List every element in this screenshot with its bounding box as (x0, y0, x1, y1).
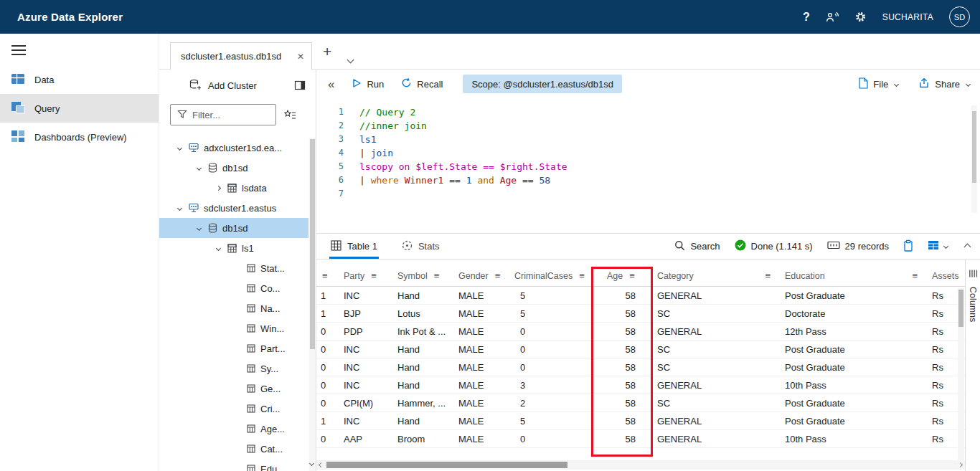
grid-horizontal-scrollbar[interactable] (316, 460, 965, 470)
tab-list-chevron-icon[interactable] (348, 54, 353, 65)
copy-results-button[interactable] (903, 239, 913, 254)
tree-item-stat[interactable]: Stat... (159, 258, 308, 278)
tree-item-label: Win... (260, 323, 284, 334)
tree-chevron-icon[interactable] (215, 247, 222, 250)
table-row[interactable]: 0CPI(M)Hammer, ...MALE258SCPost Graduate… (316, 394, 965, 412)
table-row[interactable]: 1INCHandMALE558GENERALPost GraduateRs (316, 412, 965, 430)
column-header-gender[interactable]: Gender≡ (453, 265, 509, 286)
tree-item-lsdata[interactable]: lsdata (159, 178, 308, 198)
add-cluster-label[interactable]: Add Cluster (208, 80, 257, 91)
column-header-age[interactable]: Age≡ (593, 265, 651, 286)
run-button[interactable]: Run (352, 78, 384, 90)
editor-line[interactable]: 4| join (316, 146, 980, 160)
sidebar-item-query[interactable]: Query (0, 94, 159, 123)
tree-item-part[interactable]: Part... (159, 338, 308, 358)
tree-item-sy[interactable]: Sy... (159, 358, 308, 379)
grid-horizontal-scrollbar-thumb[interactable] (326, 462, 567, 468)
sidebar-item-data[interactable]: Data (0, 65, 159, 94)
tree-chevron-icon[interactable] (195, 227, 203, 230)
hamburger-menu-icon[interactable] (11, 45, 26, 55)
tree-item-co[interactable]: Co... (159, 278, 308, 298)
tree-item-cri[interactable]: Cri... (159, 399, 308, 419)
tree-item-ls1[interactable]: ls1 (159, 238, 308, 258)
tree-chevron-icon[interactable] (176, 206, 184, 210)
column-menu-icon[interactable]: ≡ (434, 270, 440, 281)
editor-scrollbar[interactable] (971, 105, 977, 213)
table-row[interactable]: 0AAPBroomMALE058GENERAL10th PassRs (316, 430, 965, 448)
editor-line[interactable]: 1// Query 2 (316, 105, 980, 119)
column-header-education[interactable]: Education≡ (779, 265, 926, 286)
column-header-party[interactable]: Party≡ (338, 265, 392, 286)
filter-input[interactable] (192, 110, 269, 120)
editor-line[interactable]: 7 (316, 187, 980, 201)
column-header-criminalcases[interactable]: CriminalCases≡ (509, 265, 593, 286)
table-row[interactable]: 1BJPLotusMALE558SCDoctorateRs (316, 305, 965, 323)
avatar[interactable]: SD (949, 6, 970, 27)
table-row[interactable]: 0INCHandMALE358GENERAL10th PassRs (316, 376, 965, 394)
tree-item-ge[interactable]: Ge... (159, 379, 308, 399)
share-menu-button[interactable]: Share (918, 77, 970, 90)
tree-item-db1sd[interactable]: db1sd (159, 218, 308, 238)
editor-scrollbar-thumb[interactable] (972, 111, 976, 183)
tree-item-age[interactable]: Age... (159, 419, 308, 439)
table-row[interactable]: 0PDPInk Pot & ...MALE058GENERAL12th Pass… (316, 323, 965, 341)
tab-table1[interactable]: Table 1 (331, 234, 377, 259)
collapse-results-icon[interactable] (965, 241, 970, 252)
search-button[interactable]: Search (674, 240, 720, 253)
sidebar-item-dashboards[interactable]: Dashboards (Preview) (0, 123, 159, 151)
tree-chevron-icon[interactable] (215, 186, 222, 190)
column-menu-icon[interactable]: ≡ (629, 270, 635, 281)
collapse-pane-icon[interactable]: « (328, 78, 334, 90)
table-row[interactable]: 1INCHandMALE558GENERALPost GraduateRs (316, 287, 965, 305)
scroll-left-icon[interactable] (319, 462, 324, 467)
user-name[interactable]: SUCHARITA (882, 12, 933, 22)
column-header-category[interactable]: Category≡ (651, 265, 779, 286)
column-header-symbol[interactable]: Symbol≡ (392, 265, 453, 286)
tree-item-cat[interactable]: Cat... (159, 439, 308, 459)
close-icon[interactable]: ✕ (297, 52, 304, 62)
column-menu-icon[interactable]: ≡ (912, 270, 918, 281)
table-row[interactable]: 0INCHandMALE058SCPost GraduateRs (316, 358, 965, 376)
new-tab-button[interactable]: + (323, 43, 331, 60)
tree-chevron-icon[interactable] (176, 146, 184, 150)
column-header-assets[interactable]: Assets≡ (926, 265, 965, 286)
filter-box[interactable] (170, 104, 276, 125)
column-menu-icon[interactable]: ≡ (495, 270, 501, 281)
favorites-icon[interactable] (284, 110, 296, 120)
column-menu-icon[interactable]: ≡ (765, 270, 771, 281)
tree-item-db1sd[interactable]: db1sd (159, 158, 308, 178)
tree-item-sdcluster1-eastus[interactable]: sdcluster1.eastus (159, 198, 308, 218)
tab-query-document[interactable]: sdcluster1.eastus.db1sd ✕ (170, 42, 312, 70)
settings-gear-icon[interactable] (854, 11, 867, 23)
column-header-cropped[interactable]: ≡ (316, 265, 338, 286)
tree-chevron-icon[interactable] (195, 166, 203, 170)
feedback-icon[interactable] (826, 11, 839, 23)
table-row[interactable]: 0INCHandMALE058SCPost GraduateRs (316, 341, 965, 358)
tree-scrollbar[interactable] (309, 138, 316, 471)
editor-line[interactable]: 3ls1 (316, 133, 980, 146)
scope-chip[interactable]: Scope: @sdcluster1.eastus/db1sd (463, 75, 621, 93)
grid-vertical-scrollbar-thumb[interactable] (958, 290, 963, 327)
editor-line[interactable]: 6| where Winner1 == 1 and Age == 58 (316, 173, 980, 187)
view-mode-button[interactable] (928, 240, 948, 252)
tree-scrollbar-thumb[interactable] (310, 139, 315, 349)
help-icon[interactable]: ? (803, 11, 810, 24)
scroll-right-icon[interactable] (958, 462, 963, 467)
column-menu-icon[interactable]: ≡ (579, 270, 585, 281)
tree-item-na[interactable]: Na... (159, 298, 308, 318)
scroll-down-icon[interactable] (310, 457, 314, 467)
file-menu-button[interactable]: File (858, 77, 898, 91)
query-editor[interactable]: 1// Query 22//inner join3ls14| join5lsco… (316, 98, 980, 233)
tree-item-edu[interactable]: Edu... (159, 459, 308, 471)
column-menu-icon[interactable]: ≡ (371, 270, 377, 281)
recall-button[interactable]: Recall (401, 77, 443, 90)
columns-panel-tab[interactable]: Columns (965, 260, 980, 471)
grid-vertical-scrollbar[interactable] (958, 288, 964, 460)
editor-line[interactable]: 2//inner join (316, 119, 980, 133)
column-menu-icon[interactable]: ≡ (322, 270, 328, 281)
editor-line[interactable]: 5lscopy on $left.State == $right.State (316, 160, 980, 173)
dock-panel-icon[interactable] (294, 80, 306, 91)
tree-item-adxcluster1sd-ea[interactable]: adxcluster1sd.ea... (159, 138, 308, 158)
tab-stats[interactable]: Stats (402, 234, 440, 259)
tree-item-win[interactable]: Win... (159, 318, 308, 338)
